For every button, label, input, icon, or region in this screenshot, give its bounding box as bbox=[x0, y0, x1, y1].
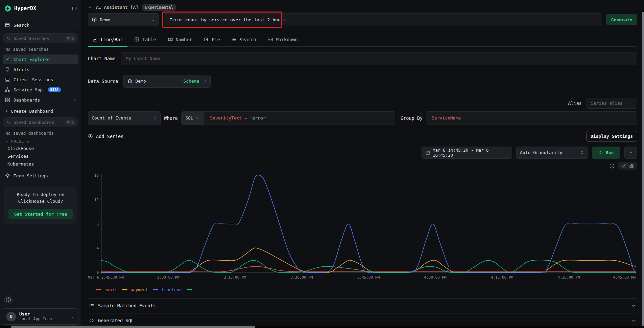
legend-label: payment bbox=[130, 287, 148, 292]
sidebar-item-service-map[interactable]: Service MapBETA bbox=[3, 85, 78, 94]
data-source-label: Data Source bbox=[88, 79, 118, 84]
chart-type-tabs: Line/BarTable123NumberPieSearchMarkdown bbox=[88, 33, 637, 46]
legend-item-item[interactable] bbox=[187, 289, 192, 290]
preset-kubernetes[interactable]: Kubernetes bbox=[3, 160, 78, 168]
svg-text:0: 0 bbox=[96, 270, 99, 275]
sidebar-collapse-button[interactable] bbox=[72, 6, 77, 11]
chart-legend: emailpaymentfrontend bbox=[88, 286, 637, 293]
chevron-up-icon bbox=[72, 98, 76, 102]
svg-text:4:30:00 PM: 4:30:00 PM bbox=[557, 275, 580, 280]
legend-swatch bbox=[153, 289, 158, 290]
group-by-input[interactable]: ServiceName bbox=[426, 111, 637, 125]
saved-dashboards-input[interactable]: Saved Dashboards ⌘ K bbox=[3, 117, 78, 127]
create-dashboard-button[interactable]: + Create Dashboard bbox=[3, 109, 78, 114]
ai-assistant-header[interactable]: AI Assistant [A] Experimental bbox=[88, 3, 637, 11]
add-series-row: Add Series Display Settings bbox=[88, 131, 637, 142]
legend-item-frontend[interactable]: frontend bbox=[153, 287, 182, 292]
tab-markdown[interactable]: Markdown bbox=[263, 33, 303, 47]
bar-chart-icon bbox=[629, 163, 635, 169]
schema-link[interactable]: Schema bbox=[183, 79, 199, 84]
chart-area[interactable]: 0481216Mar 6 2:45:00 PM3:00:00 PM3:15:00… bbox=[88, 173, 637, 284]
bar-chart-toggle[interactable] bbox=[628, 163, 636, 169]
horizontal-scrollbar[interactable] bbox=[11, 326, 255, 328]
ai-generate-row: Demo Generate bbox=[88, 13, 637, 26]
tab-search[interactable]: Search bbox=[227, 33, 261, 47]
app-title: HyperDX bbox=[14, 5, 36, 12]
sidebar-item-chart-explorer[interactable]: Chart Explorer bbox=[3, 54, 78, 64]
alias-label: Alias bbox=[568, 101, 582, 106]
tab-table[interactable]: Table bbox=[129, 33, 161, 47]
sidebar-item-dashboards[interactable]: Dashboards bbox=[3, 95, 78, 105]
tab-label: Search bbox=[240, 37, 256, 42]
logo-row: HyperDX bbox=[3, 3, 78, 14]
sidebar-item-label: Service Map bbox=[14, 87, 43, 92]
chart-icon bbox=[93, 37, 98, 42]
language-select[interactable]: SQL bbox=[182, 112, 204, 125]
where-input[interactable]: SQL SeverityText = 'error' bbox=[181, 111, 395, 125]
sidebar-bottom: U User Local App Team bbox=[3, 296, 78, 326]
preset-clickhouse[interactable]: ClickHouse bbox=[3, 145, 78, 152]
chevron-down-icon bbox=[196, 116, 200, 120]
generate-button[interactable]: Generate bbox=[606, 14, 637, 25]
chevron-updown-icon bbox=[151, 18, 155, 22]
saved-dashboards-placeholder: Saved Dashboards bbox=[14, 120, 63, 125]
dots-vertical-icon bbox=[628, 150, 634, 155]
svg-text:4:15:00 PM: 4:15:00 PM bbox=[491, 275, 514, 280]
sidebar-item-label: Dashboards bbox=[14, 97, 40, 103]
chevron-updown-icon bbox=[152, 116, 157, 120]
get-started-button[interactable]: Get Started for Free bbox=[8, 209, 73, 219]
search-section-label: Search bbox=[14, 23, 29, 28]
search-icon bbox=[6, 120, 11, 125]
divider bbox=[88, 70, 637, 70]
tab-label: Markdown bbox=[276, 37, 298, 42]
data-source-select[interactable]: Demo Schema bbox=[123, 75, 211, 88]
sidebar-item-label: Chart Explorer bbox=[14, 57, 51, 62]
tab-number[interactable]: 123Number bbox=[163, 33, 197, 47]
ai-source-select[interactable]: Demo bbox=[88, 13, 159, 26]
table-icon bbox=[134, 37, 139, 42]
vertical-scrollbar[interactable] bbox=[642, 12, 644, 327]
ai-prompt-input[interactable] bbox=[164, 13, 601, 26]
tab-line-bar[interactable]: Line/Bar bbox=[88, 33, 127, 47]
svg-text:4: 4 bbox=[96, 246, 99, 250]
chart-name-row: Chart Name bbox=[88, 52, 637, 65]
legend-item-email[interactable]: email bbox=[96, 287, 117, 292]
help-button[interactable] bbox=[4, 296, 13, 304]
presets-header[interactable]: PRESETS bbox=[3, 139, 78, 144]
tab-pie[interactable]: Pie bbox=[199, 33, 224, 47]
sidebar-section-search[interactable]: Search bbox=[3, 20, 78, 30]
sidebar-item-label: Client Sessions bbox=[14, 77, 53, 82]
saved-searches-input[interactable]: Saved Searches ⌘ K bbox=[3, 33, 78, 43]
alias-input[interactable] bbox=[586, 98, 637, 109]
sample-matched-events-section[interactable]: Sample Matched Events bbox=[88, 298, 637, 313]
kbd-shortcut: ⌘ K bbox=[66, 120, 75, 125]
time-range-input[interactable]: Mar 6 14:45:20 - Mar 6 16:45:20 bbox=[422, 147, 512, 159]
preset-services[interactable]: Services bbox=[3, 153, 78, 160]
run-button[interactable]: Run bbox=[592, 147, 620, 159]
saved-searches-placeholder: Saved Searches bbox=[14, 36, 63, 41]
add-series-button[interactable]: Add Series bbox=[88, 134, 123, 139]
aggregation-value: Count of Events bbox=[92, 115, 131, 121]
user-menu[interactable]: U User Local App Team bbox=[3, 308, 78, 325]
sidebar-item-team-settings[interactable]: Team Settings bbox=[3, 171, 78, 180]
display-settings-button[interactable]: Display Settings bbox=[586, 131, 637, 142]
line-chart-toggle[interactable] bbox=[620, 163, 627, 169]
svg-text:4:00:00 PM: 4:00:00 PM bbox=[424, 275, 447, 280]
granularity-select[interactable]: Auto Granularity bbox=[516, 147, 588, 159]
aggregation-select[interactable]: Count of Events bbox=[88, 111, 161, 125]
tab-label: Table bbox=[142, 37, 156, 42]
chart-name-input[interactable] bbox=[121, 52, 637, 65]
svg-text:4:45:00 PM: 4:45:00 PM bbox=[613, 275, 636, 280]
sidebar-item-alerts[interactable]: Alerts bbox=[3, 65, 78, 74]
chevron-updown-icon bbox=[202, 79, 207, 83]
chevron-down-icon bbox=[631, 303, 636, 308]
sidebar-item-client-sessions[interactable]: Client Sessions bbox=[3, 75, 78, 84]
more-options-button[interactable] bbox=[624, 147, 637, 159]
legend-item-payment[interactable]: payment bbox=[122, 287, 148, 292]
data-source-row: Data Source Demo Schema bbox=[88, 75, 637, 88]
grid-icon bbox=[5, 97, 10, 103]
clickhouse-cloud-promo: Ready to deploy on ClickHouse Cloud? Get… bbox=[4, 187, 77, 224]
line-chart[interactable]: 0481216Mar 6 2:45:00 PM3:00:00 PM3:15:00… bbox=[88, 173, 637, 284]
svg-text:3:15:00 PM: 3:15:00 PM bbox=[224, 275, 246, 280]
time-format-button[interactable] bbox=[609, 163, 615, 169]
